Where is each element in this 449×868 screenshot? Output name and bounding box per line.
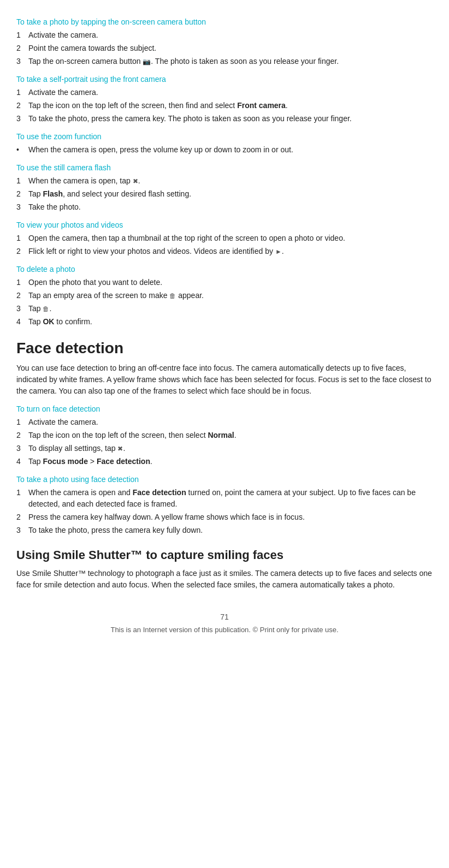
heading-flash: To use the still camera flash (16, 163, 433, 172)
page-footer: 71 This is an Internet version of this p… (16, 613, 433, 634)
heading-self-portrait: To take a self-portrait using the front … (16, 75, 433, 84)
list-item: 2Tap the icon on the top left of the scr… (16, 100, 433, 111)
heading-tap-photo: To take a photo by tapping the on-screen… (16, 17, 433, 26)
list-item: 2Tap Flash, and select your desired flas… (16, 188, 433, 200)
list-item: 2Flick left or right to view your photos… (16, 246, 433, 257)
list-item: 1Activate the camera. (16, 87, 433, 98)
face-detection-intro: You can use face detection to bring an o… (16, 362, 433, 397)
list-item: 1Activate the camera. (16, 29, 433, 41)
list-turn-on-face-detection: 1Activate the camera. 2Tap the icon on t… (16, 417, 433, 467)
list-item: 2Tap an empty area of the screen to make… (16, 290, 433, 301)
section-tap-photo: To take a photo by tapping the on-screen… (16, 17, 433, 67)
list-delete-photo: 1Open the photo that you want to delete.… (16, 277, 433, 328)
list-item: 1When the camera is open, tap ✖. (16, 175, 433, 187)
list-item: •When the camera is open, press the volu… (16, 144, 433, 156)
heading-delete-photo: To delete a photo (16, 265, 433, 274)
section-delete-photo: To delete a photo 1Open the photo that y… (16, 265, 433, 328)
list-item: 1When the camera is open and Face detect… (16, 487, 433, 510)
heading-view-photos: To view your photos and videos (16, 221, 433, 229)
trash-icon-2: 🗑 (43, 304, 49, 314)
list-item: 1Open the camera, then tap a thumbnail a… (16, 233, 433, 244)
list-self-portrait: 1Activate the camera. 2Tap the icon on t… (16, 87, 433, 124)
section-flash: To use the still camera flash 1When the … (16, 163, 433, 213)
smile-shutter-body: Use Smile Shutter™ technology to photogr… (16, 568, 433, 591)
trash-icon: 🗑 (169, 291, 176, 301)
section-turn-on-face-detection: To turn on face detection 1Activate the … (16, 405, 433, 467)
list-item: 1Open the photo that you want to delete. (16, 277, 433, 288)
heading-turn-on-face-detection: To turn on face detection (16, 405, 433, 413)
heading-photo-face-detection: To take a photo using face detection (16, 475, 433, 484)
list-item: 2Press the camera key halfway down. A ye… (16, 512, 433, 523)
section-view-photos: To view your photos and videos 1Open the… (16, 221, 433, 257)
list-item: 1Activate the camera. (16, 417, 433, 428)
list-item: 4Tap OK to confirm. (16, 316, 433, 328)
list-item: 2Tap the icon on the top left of the scr… (16, 430, 433, 441)
section-self-portrait: To take a self-portrait using the front … (16, 75, 433, 124)
list-tap-photo: 1Activate the camera. 2Point the camera … (16, 29, 433, 67)
section-zoom: To use the zoom function •When the camer… (16, 132, 433, 156)
list-item: 3Tap 🗑. (16, 303, 433, 314)
footer-note: This is an Internet version of this publ… (16, 626, 433, 634)
section-photo-face-detection: To take a photo using face detection 1Wh… (16, 475, 433, 536)
list-view-photos: 1Open the camera, then tap a thumbnail a… (16, 233, 433, 257)
smile-shutter-heading: Using Smile Shutter™ to capture smiling … (16, 548, 433, 562)
heading-zoom: To use the zoom function (16, 132, 433, 141)
list-item: 3To take the photo, press the camera key… (16, 525, 433, 536)
list-photo-face-detection: 1When the camera is open and Face detect… (16, 487, 433, 536)
list-flash: 1When the camera is open, tap ✖. 2Tap Fl… (16, 175, 433, 213)
list-item: 3To take the photo, press the camera key… (16, 113, 433, 124)
list-item: 3Tap the on-screen camera button 📷. The … (16, 56, 433, 67)
list-item: 4Tap Focus mode > Face detection. (16, 456, 433, 467)
settings-icon-2: ✖ (117, 444, 123, 454)
list-item: 3Take the photo. (16, 201, 433, 213)
list-item: 2Point the camera towards the subject. (16, 43, 433, 54)
list-item: 3To display all settings, tap ✖. (16, 443, 433, 454)
play-icon: ► (275, 247, 282, 257)
camera-icon: 📷 (143, 57, 151, 67)
settings-icon: ✖ (133, 176, 138, 186)
page-number: 71 (16, 613, 433, 621)
list-zoom: •When the camera is open, press the volu… (16, 144, 433, 156)
face-detection-heading: Face detection (16, 340, 433, 357)
